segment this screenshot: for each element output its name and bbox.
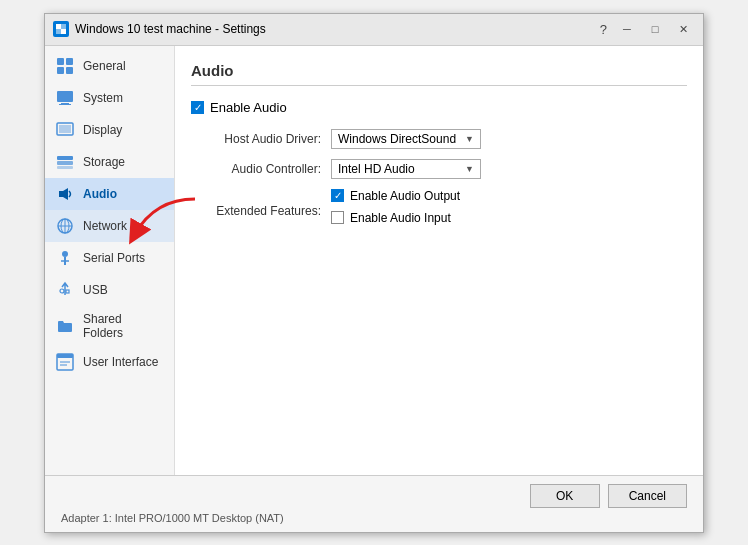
system-icon [55, 88, 75, 108]
enable-audio-output-checkbox[interactable] [331, 189, 344, 202]
storage-icon [55, 152, 75, 172]
sidebar-label-usb: USB [83, 283, 108, 297]
svg-rect-27 [57, 354, 73, 358]
sidebar-label-audio: Audio [83, 187, 117, 201]
cancel-button[interactable]: Cancel [608, 484, 687, 508]
sidebar-item-display[interactable]: Display [45, 114, 174, 146]
enable-audio-output-label: Enable Audio Output [350, 189, 460, 203]
footer-buttons: OK Cancel [61, 484, 687, 508]
dropdown-arrow-icon: ▼ [465, 134, 474, 144]
sidebar: General System [45, 46, 175, 475]
footer: OK Cancel Adapter 1: Intel PRO/1000 MT D… [45, 475, 703, 532]
svg-rect-5 [66, 58, 73, 65]
svg-rect-10 [59, 104, 71, 105]
sidebar-label-network: Network [83, 219, 127, 233]
svg-rect-12 [59, 125, 71, 133]
main-panel: Audio Enable Audio Host Audio Driver: Wi… [175, 46, 703, 475]
network-icon [55, 216, 75, 236]
sidebar-label-shared-folders: Shared Folders [83, 312, 164, 340]
svg-rect-15 [57, 166, 73, 169]
svg-rect-0 [56, 24, 61, 29]
extended-features-row: Extended Features: Enable Audio Output E… [191, 189, 687, 233]
help-button[interactable]: ? [600, 22, 607, 37]
svg-rect-1 [61, 29, 66, 34]
sidebar-label-storage: Storage [83, 155, 125, 169]
dropdown-arrow-icon-2: ▼ [465, 164, 474, 174]
svg-rect-3 [56, 29, 61, 34]
enable-audio-checkbox[interactable] [191, 101, 204, 114]
ui-icon [55, 352, 75, 372]
sidebar-item-audio[interactable]: Audio [45, 178, 174, 210]
sidebar-label-display: Display [83, 123, 122, 137]
serial-icon [55, 248, 75, 268]
svg-rect-4 [57, 58, 64, 65]
svg-rect-7 [66, 67, 73, 74]
sidebar-label-user-interface: User Interface [83, 355, 158, 369]
sidebar-label-general: General [83, 59, 126, 73]
extended-features-label: Extended Features: [191, 204, 331, 218]
title-bar: Windows 10 test machine - Settings ? ─ □… [45, 14, 703, 46]
audio-controller-dropdown[interactable]: Intel HD Audio ▼ [331, 159, 481, 179]
host-audio-driver-dropdown[interactable]: Windows DirectSound ▼ [331, 129, 481, 149]
sidebar-item-storage[interactable]: Storage [45, 146, 174, 178]
host-audio-driver-label: Host Audio Driver: [191, 132, 331, 146]
host-audio-driver-control: Windows DirectSound ▼ [331, 129, 481, 149]
section-title: Audio [191, 62, 687, 86]
settings-window: Windows 10 test machine - Settings ? ─ □… [44, 13, 704, 533]
folder-icon [55, 316, 75, 336]
enable-audio-output-row: Enable Audio Output [331, 189, 460, 203]
audio-controller-control: Intel HD Audio ▼ [331, 159, 481, 179]
general-icon [55, 56, 75, 76]
svg-rect-25 [66, 290, 69, 293]
audio-controller-label: Audio Controller: [191, 162, 331, 176]
sidebar-label-system: System [83, 91, 123, 105]
sidebar-item-network[interactable]: Network [45, 210, 174, 242]
svg-point-21 [62, 251, 68, 257]
svg-rect-8 [57, 91, 73, 102]
minimize-button[interactable]: ─ [615, 19, 639, 39]
host-audio-driver-row: Host Audio Driver: Windows DirectSound ▼ [191, 129, 687, 149]
ok-button[interactable]: OK [530, 484, 600, 508]
sidebar-item-shared-folders[interactable]: Shared Folders [45, 306, 174, 346]
sidebar-label-serial-ports: Serial Ports [83, 251, 145, 265]
extended-features-checkboxes: Enable Audio Output Enable Audio Input [331, 189, 460, 233]
svg-rect-13 [57, 156, 73, 160]
enable-audio-input-checkbox[interactable] [331, 211, 344, 224]
enable-audio-input-label: Enable Audio Input [350, 211, 451, 225]
svg-rect-2 [61, 24, 66, 29]
status-bar: Adapter 1: Intel PRO/1000 MT Desktop (NA… [61, 512, 687, 524]
sidebar-item-usb[interactable]: USB [45, 274, 174, 306]
close-button[interactable]: ✕ [671, 19, 695, 39]
app-icon [53, 21, 69, 37]
content-area: General System [45, 46, 703, 475]
svg-rect-6 [57, 67, 64, 74]
host-audio-driver-value: Windows DirectSound [338, 132, 456, 146]
sidebar-item-system[interactable]: System [45, 82, 174, 114]
display-icon [55, 120, 75, 140]
enable-audio-input-row: Enable Audio Input [331, 211, 460, 225]
sidebar-item-general[interactable]: General [45, 50, 174, 82]
enable-audio-label: Enable Audio [210, 100, 287, 115]
audio-controller-row: Audio Controller: Intel HD Audio ▼ [191, 159, 687, 179]
sidebar-item-user-interface[interactable]: User Interface [45, 346, 174, 378]
maximize-button[interactable]: □ [643, 19, 667, 39]
window-title: Windows 10 test machine - Settings [75, 22, 600, 36]
audio-icon [55, 184, 75, 204]
sidebar-item-serial-ports[interactable]: Serial Ports [45, 242, 174, 274]
svg-marker-16 [59, 188, 68, 200]
svg-rect-14 [57, 161, 73, 165]
usb-icon [55, 280, 75, 300]
audio-controller-value: Intel HD Audio [338, 162, 415, 176]
window-controls: ─ □ ✕ [615, 19, 695, 39]
svg-point-24 [60, 289, 64, 293]
enable-audio-row: Enable Audio [191, 100, 687, 115]
